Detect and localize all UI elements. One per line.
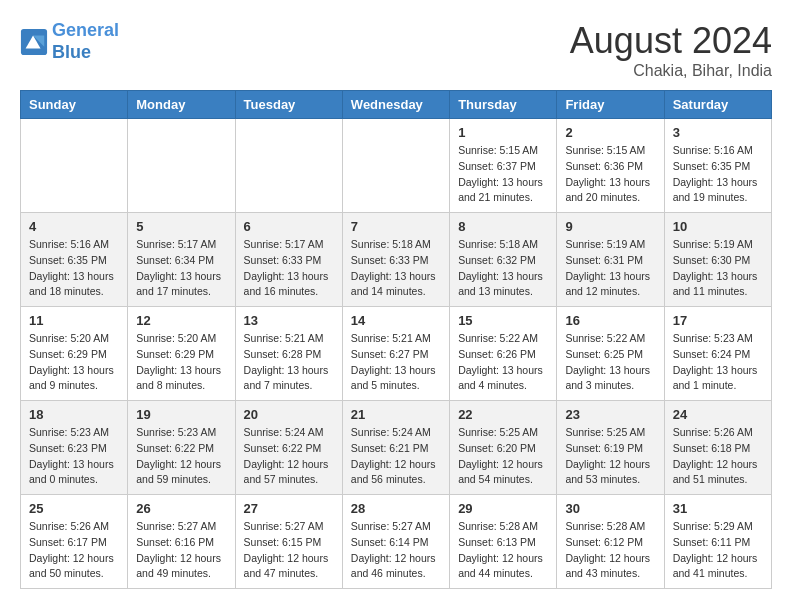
day-info: Sunrise: 5:23 AM Sunset: 6:24 PM Dayligh… [673,331,763,394]
day-info: Sunrise: 5:27 AM Sunset: 6:14 PM Dayligh… [351,519,441,582]
day-info: Sunrise: 5:20 AM Sunset: 6:29 PM Dayligh… [29,331,119,394]
logo: General Blue [20,20,119,63]
calendar-cell: 29Sunrise: 5:28 AM Sunset: 6:13 PM Dayli… [450,495,557,589]
day-number: 28 [351,501,441,516]
day-number: 29 [458,501,548,516]
calendar-table: SundayMondayTuesdayWednesdayThursdayFrid… [20,90,772,589]
week-row-2: 4Sunrise: 5:16 AM Sunset: 6:35 PM Daylig… [21,213,772,307]
location: Chakia, Bihar, India [570,62,772,80]
day-number: 19 [136,407,226,422]
month-year: August 2024 [570,20,772,62]
day-info: Sunrise: 5:25 AM Sunset: 6:20 PM Dayligh… [458,425,548,488]
calendar-cell [21,119,128,213]
week-row-4: 18Sunrise: 5:23 AM Sunset: 6:23 PM Dayli… [21,401,772,495]
day-number: 5 [136,219,226,234]
logo-line1: General [52,20,119,40]
calendar-cell: 22Sunrise: 5:25 AM Sunset: 6:20 PM Dayli… [450,401,557,495]
calendar-cell [235,119,342,213]
calendar-cell: 15Sunrise: 5:22 AM Sunset: 6:26 PM Dayli… [450,307,557,401]
day-number: 16 [565,313,655,328]
day-info: Sunrise: 5:29 AM Sunset: 6:11 PM Dayligh… [673,519,763,582]
calendar-cell: 31Sunrise: 5:29 AM Sunset: 6:11 PM Dayli… [664,495,771,589]
day-info: Sunrise: 5:25 AM Sunset: 6:19 PM Dayligh… [565,425,655,488]
day-header-friday: Friday [557,91,664,119]
calendar-cell: 25Sunrise: 5:26 AM Sunset: 6:17 PM Dayli… [21,495,128,589]
logo-icon [20,28,48,56]
calendar-cell: 24Sunrise: 5:26 AM Sunset: 6:18 PM Dayli… [664,401,771,495]
day-info: Sunrise: 5:28 AM Sunset: 6:12 PM Dayligh… [565,519,655,582]
day-info: Sunrise: 5:19 AM Sunset: 6:30 PM Dayligh… [673,237,763,300]
day-number: 17 [673,313,763,328]
day-number: 21 [351,407,441,422]
calendar-cell: 3Sunrise: 5:16 AM Sunset: 6:35 PM Daylig… [664,119,771,213]
calendar-cell: 30Sunrise: 5:28 AM Sunset: 6:12 PM Dayli… [557,495,664,589]
day-info: Sunrise: 5:18 AM Sunset: 6:33 PM Dayligh… [351,237,441,300]
day-info: Sunrise: 5:22 AM Sunset: 6:26 PM Dayligh… [458,331,548,394]
title-block: August 2024 Chakia, Bihar, India [570,20,772,80]
calendar-cell: 17Sunrise: 5:23 AM Sunset: 6:24 PM Dayli… [664,307,771,401]
day-number: 4 [29,219,119,234]
day-info: Sunrise: 5:15 AM Sunset: 6:36 PM Dayligh… [565,143,655,206]
day-number: 22 [458,407,548,422]
day-info: Sunrise: 5:18 AM Sunset: 6:32 PM Dayligh… [458,237,548,300]
calendar-cell: 9Sunrise: 5:19 AM Sunset: 6:31 PM Daylig… [557,213,664,307]
calendar-cell: 11Sunrise: 5:20 AM Sunset: 6:29 PM Dayli… [21,307,128,401]
day-info: Sunrise: 5:21 AM Sunset: 6:28 PM Dayligh… [244,331,334,394]
page-header: General Blue August 2024 Chakia, Bihar, … [20,20,772,80]
logo-line2: Blue [52,42,91,62]
day-info: Sunrise: 5:26 AM Sunset: 6:18 PM Dayligh… [673,425,763,488]
day-number: 12 [136,313,226,328]
calendar-cell: 6Sunrise: 5:17 AM Sunset: 6:33 PM Daylig… [235,213,342,307]
day-info: Sunrise: 5:28 AM Sunset: 6:13 PM Dayligh… [458,519,548,582]
calendar-cell: 26Sunrise: 5:27 AM Sunset: 6:16 PM Dayli… [128,495,235,589]
calendar-header: SundayMondayTuesdayWednesdayThursdayFrid… [21,91,772,119]
calendar-cell: 23Sunrise: 5:25 AM Sunset: 6:19 PM Dayli… [557,401,664,495]
day-number: 2 [565,125,655,140]
calendar-cell [342,119,449,213]
day-number: 23 [565,407,655,422]
day-header-thursday: Thursday [450,91,557,119]
day-header-saturday: Saturday [664,91,771,119]
calendar-cell: 14Sunrise: 5:21 AM Sunset: 6:27 PM Dayli… [342,307,449,401]
day-number: 27 [244,501,334,516]
calendar-cell: 2Sunrise: 5:15 AM Sunset: 6:36 PM Daylig… [557,119,664,213]
day-number: 30 [565,501,655,516]
day-number: 13 [244,313,334,328]
day-number: 6 [244,219,334,234]
calendar-cell: 8Sunrise: 5:18 AM Sunset: 6:32 PM Daylig… [450,213,557,307]
calendar-cell [128,119,235,213]
calendar-cell: 18Sunrise: 5:23 AM Sunset: 6:23 PM Dayli… [21,401,128,495]
day-number: 26 [136,501,226,516]
calendar-cell: 27Sunrise: 5:27 AM Sunset: 6:15 PM Dayli… [235,495,342,589]
day-number: 15 [458,313,548,328]
day-info: Sunrise: 5:20 AM Sunset: 6:29 PM Dayligh… [136,331,226,394]
day-info: Sunrise: 5:16 AM Sunset: 6:35 PM Dayligh… [673,143,763,206]
day-number: 31 [673,501,763,516]
day-info: Sunrise: 5:16 AM Sunset: 6:35 PM Dayligh… [29,237,119,300]
day-header-monday: Monday [128,91,235,119]
day-info: Sunrise: 5:27 AM Sunset: 6:16 PM Dayligh… [136,519,226,582]
day-info: Sunrise: 5:23 AM Sunset: 6:23 PM Dayligh… [29,425,119,488]
calendar-cell: 10Sunrise: 5:19 AM Sunset: 6:30 PM Dayli… [664,213,771,307]
day-info: Sunrise: 5:24 AM Sunset: 6:21 PM Dayligh… [351,425,441,488]
calendar-cell: 28Sunrise: 5:27 AM Sunset: 6:14 PM Dayli… [342,495,449,589]
day-info: Sunrise: 5:24 AM Sunset: 6:22 PM Dayligh… [244,425,334,488]
week-row-3: 11Sunrise: 5:20 AM Sunset: 6:29 PM Dayli… [21,307,772,401]
day-info: Sunrise: 5:19 AM Sunset: 6:31 PM Dayligh… [565,237,655,300]
day-number: 14 [351,313,441,328]
day-info: Sunrise: 5:22 AM Sunset: 6:25 PM Dayligh… [565,331,655,394]
day-number: 25 [29,501,119,516]
day-number: 20 [244,407,334,422]
day-info: Sunrise: 5:27 AM Sunset: 6:15 PM Dayligh… [244,519,334,582]
calendar-cell: 5Sunrise: 5:17 AM Sunset: 6:34 PM Daylig… [128,213,235,307]
day-number: 11 [29,313,119,328]
day-header-tuesday: Tuesday [235,91,342,119]
day-header-sunday: Sunday [21,91,128,119]
week-row-5: 25Sunrise: 5:26 AM Sunset: 6:17 PM Dayli… [21,495,772,589]
day-number: 3 [673,125,763,140]
day-number: 1 [458,125,548,140]
day-number: 18 [29,407,119,422]
calendar-body: 1Sunrise: 5:15 AM Sunset: 6:37 PM Daylig… [21,119,772,589]
calendar-cell: 7Sunrise: 5:18 AM Sunset: 6:33 PM Daylig… [342,213,449,307]
day-number: 9 [565,219,655,234]
